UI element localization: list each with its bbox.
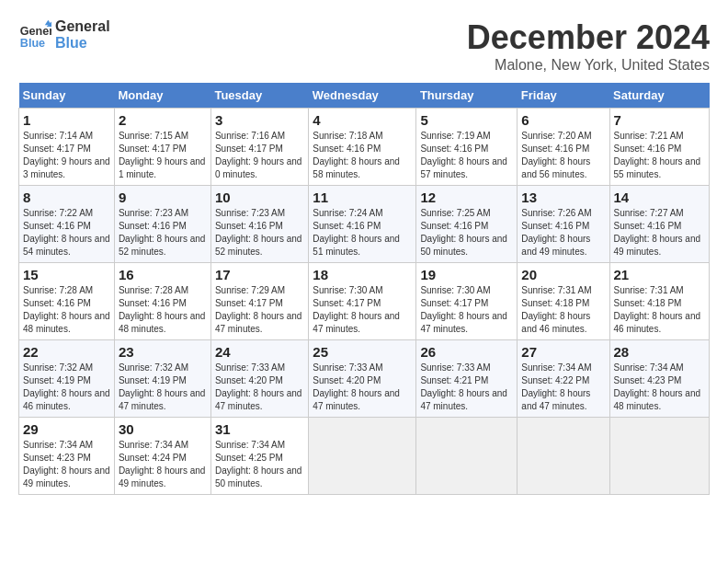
day-number: 29	[23, 421, 110, 437]
day-info: Sunrise: 7:33 AMSunset: 4:20 PMDaylight:…	[215, 362, 302, 411]
day-info: Sunrise: 7:31 AMSunset: 4:18 PMDaylight:…	[521, 285, 591, 334]
day-number: 17	[215, 267, 304, 282]
day-info: Sunrise: 7:23 AMSunset: 4:16 PMDaylight:…	[119, 208, 206, 257]
header-friday: Friday	[518, 83, 609, 109]
calendar-cell	[416, 418, 518, 495]
day-number: 12	[420, 190, 513, 205]
calendar-table: SundayMondayTuesdayWednesdayThursdayFrid…	[18, 83, 710, 495]
day-info: Sunrise: 7:14 AMSunset: 4:17 PMDaylight:…	[23, 131, 110, 179]
calendar-cell	[518, 418, 609, 495]
calendar-week-4: 22 Sunrise: 7:32 AMSunset: 4:19 PMDaylig…	[19, 340, 710, 418]
calendar-cell: 29 Sunrise: 7:34 AMSunset: 4:23 PMDaylig…	[19, 418, 115, 495]
day-info: Sunrise: 7:33 AMSunset: 4:20 PMDaylight:…	[313, 362, 400, 411]
calendar-cell: 28 Sunrise: 7:34 AMSunset: 4:23 PMDaylig…	[609, 340, 709, 418]
header-thursday: Thursday	[416, 83, 518, 109]
day-number: 23	[119, 344, 207, 360]
day-info: Sunrise: 7:29 AMSunset: 4:17 PMDaylight:…	[215, 285, 302, 334]
subtitle: Malone, New York, United States	[467, 57, 710, 74]
calendar-cell	[309, 418, 416, 495]
calendar-cell: 20 Sunrise: 7:31 AMSunset: 4:18 PMDaylig…	[518, 263, 609, 340]
day-info: Sunrise: 7:26 AMSunset: 4:16 PMDaylight:…	[521, 208, 591, 257]
logo: General Blue General Blue	[18, 18, 110, 52]
calendar-cell: 25 Sunrise: 7:33 AMSunset: 4:20 PMDaylig…	[309, 340, 416, 418]
day-number: 27	[521, 344, 605, 360]
calendar-week-2: 8 Sunrise: 7:22 AMSunset: 4:16 PMDayligh…	[19, 186, 710, 263]
calendar-cell: 3 Sunrise: 7:16 AMSunset: 4:17 PMDayligh…	[210, 109, 308, 186]
calendar-cell: 1 Sunrise: 7:14 AMSunset: 4:17 PMDayligh…	[19, 109, 115, 186]
logo-icon: General Blue	[18, 18, 51, 52]
calendar-cell: 23 Sunrise: 7:32 AMSunset: 4:19 PMDaylig…	[114, 340, 210, 418]
day-number: 9	[119, 190, 207, 205]
day-number: 7	[614, 112, 705, 128]
svg-text:Blue: Blue	[20, 37, 45, 50]
day-info: Sunrise: 7:16 AMSunset: 4:17 PMDaylight:…	[215, 131, 302, 179]
day-info: Sunrise: 7:32 AMSunset: 4:19 PMDaylight:…	[23, 362, 110, 411]
day-number: 25	[313, 344, 412, 360]
day-info: Sunrise: 7:24 AMSunset: 4:16 PMDaylight:…	[313, 208, 400, 257]
day-info: Sunrise: 7:27 AMSunset: 4:16 PMDaylight:…	[614, 208, 701, 257]
header: General Blue General Blue December 2024 …	[18, 18, 710, 74]
calendar-week-1: 1 Sunrise: 7:14 AMSunset: 4:17 PMDayligh…	[19, 109, 710, 186]
day-info: Sunrise: 7:28 AMSunset: 4:16 PMDaylight:…	[23, 285, 110, 334]
day-info: Sunrise: 7:31 AMSunset: 4:18 PMDaylight:…	[614, 285, 701, 334]
calendar-cell: 12 Sunrise: 7:25 AMSunset: 4:16 PMDaylig…	[416, 186, 518, 263]
day-number: 28	[614, 344, 705, 360]
day-info: Sunrise: 7:22 AMSunset: 4:16 PMDaylight:…	[23, 208, 110, 257]
calendar-cell: 5 Sunrise: 7:19 AMSunset: 4:16 PMDayligh…	[416, 109, 518, 186]
header-monday: Monday	[114, 83, 210, 109]
day-info: Sunrise: 7:18 AMSunset: 4:16 PMDaylight:…	[313, 131, 400, 179]
day-info: Sunrise: 7:20 AMSunset: 4:16 PMDaylight:…	[521, 131, 591, 179]
day-info: Sunrise: 7:34 AMSunset: 4:23 PMDaylight:…	[614, 362, 701, 411]
calendar-cell: 19 Sunrise: 7:30 AMSunset: 4:17 PMDaylig…	[416, 263, 518, 340]
day-info: Sunrise: 7:32 AMSunset: 4:19 PMDaylight:…	[119, 362, 206, 411]
day-info: Sunrise: 7:23 AMSunset: 4:16 PMDaylight:…	[215, 208, 302, 257]
calendar-cell	[609, 418, 709, 495]
day-number: 8	[23, 190, 110, 205]
title-area: December 2024 Malone, New York, United S…	[467, 18, 710, 74]
calendar-cell: 31 Sunrise: 7:34 AMSunset: 4:25 PMDaylig…	[210, 418, 308, 495]
header-sunday: Sunday	[19, 83, 115, 109]
header-saturday: Saturday	[609, 83, 709, 109]
day-number: 1	[23, 112, 110, 128]
day-info: Sunrise: 7:34 AMSunset: 4:23 PMDaylight:…	[23, 440, 110, 488]
day-number: 3	[215, 112, 304, 128]
calendar-cell: 7 Sunrise: 7:21 AMSunset: 4:16 PMDayligh…	[609, 109, 709, 186]
calendar-cell: 13 Sunrise: 7:26 AMSunset: 4:16 PMDaylig…	[518, 186, 609, 263]
day-info: Sunrise: 7:30 AMSunset: 4:17 PMDaylight:…	[420, 285, 507, 334]
day-number: 19	[420, 267, 513, 282]
day-number: 14	[614, 190, 705, 205]
calendar-cell: 10 Sunrise: 7:23 AMSunset: 4:16 PMDaylig…	[210, 186, 308, 263]
calendar-cell: 9 Sunrise: 7:23 AMSunset: 4:16 PMDayligh…	[114, 186, 210, 263]
calendar-cell: 22 Sunrise: 7:32 AMSunset: 4:19 PMDaylig…	[19, 340, 115, 418]
calendar-cell: 21 Sunrise: 7:31 AMSunset: 4:18 PMDaylig…	[609, 263, 709, 340]
day-info: Sunrise: 7:21 AMSunset: 4:16 PMDaylight:…	[614, 131, 701, 179]
calendar-cell: 17 Sunrise: 7:29 AMSunset: 4:17 PMDaylig…	[210, 263, 308, 340]
day-info: Sunrise: 7:19 AMSunset: 4:16 PMDaylight:…	[420, 131, 507, 179]
calendar-cell: 26 Sunrise: 7:33 AMSunset: 4:21 PMDaylig…	[416, 340, 518, 418]
day-number: 4	[313, 112, 412, 128]
header-tuesday: Tuesday	[210, 83, 308, 109]
day-number: 10	[215, 190, 304, 205]
header-wednesday: Wednesday	[309, 83, 416, 109]
calendar-cell: 24 Sunrise: 7:33 AMSunset: 4:20 PMDaylig…	[210, 340, 308, 418]
calendar-cell: 4 Sunrise: 7:18 AMSunset: 4:16 PMDayligh…	[309, 109, 416, 186]
day-number: 16	[119, 267, 207, 282]
day-number: 31	[215, 421, 304, 437]
calendar-header-row: SundayMondayTuesdayWednesdayThursdayFrid…	[19, 83, 710, 109]
logo-line2: Blue	[55, 35, 110, 52]
day-number: 21	[614, 267, 705, 282]
day-number: 26	[420, 344, 513, 360]
day-info: Sunrise: 7:34 AMSunset: 4:25 PMDaylight:…	[215, 440, 302, 488]
calendar-cell: 16 Sunrise: 7:28 AMSunset: 4:16 PMDaylig…	[114, 263, 210, 340]
day-info: Sunrise: 7:33 AMSunset: 4:21 PMDaylight:…	[420, 362, 507, 411]
day-info: Sunrise: 7:15 AMSunset: 4:17 PMDaylight:…	[119, 131, 206, 179]
calendar-cell: 14 Sunrise: 7:27 AMSunset: 4:16 PMDaylig…	[609, 186, 709, 263]
calendar-cell: 2 Sunrise: 7:15 AMSunset: 4:17 PMDayligh…	[114, 109, 210, 186]
day-number: 6	[521, 112, 605, 128]
day-info: Sunrise: 7:28 AMSunset: 4:16 PMDaylight:…	[119, 285, 206, 334]
calendar-cell: 15 Sunrise: 7:28 AMSunset: 4:16 PMDaylig…	[19, 263, 115, 340]
logo-line1: General	[55, 18, 110, 35]
day-number: 22	[23, 344, 110, 360]
day-info: Sunrise: 7:34 AMSunset: 4:22 PMDaylight:…	[521, 362, 591, 411]
day-info: Sunrise: 7:34 AMSunset: 4:24 PMDaylight:…	[119, 440, 206, 488]
